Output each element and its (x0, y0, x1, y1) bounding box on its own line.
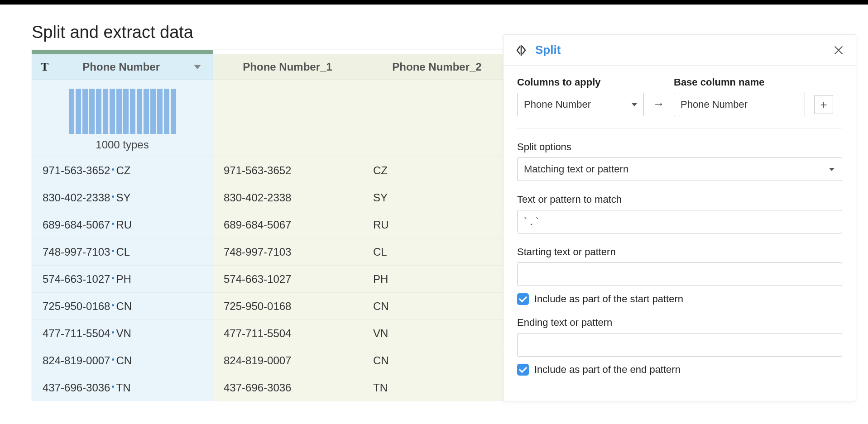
delimiter-dot-icon (112, 168, 114, 171)
column-accent-bar (32, 50, 213, 54)
pattern-input[interactable] (517, 210, 842, 233)
table-row: 437-696-3036TN437-696-3036TN (32, 374, 512, 401)
columns-to-apply-select[interactable]: Phone Number (517, 93, 644, 116)
checkbox-label: Include as part of the start pattern (534, 293, 683, 305)
cell-original[interactable]: 689-684-5067RU (32, 211, 213, 238)
starting-pattern-input[interactable] (517, 262, 842, 286)
cell-split-1[interactable]: 971-563-3652 (213, 157, 362, 184)
cell-original[interactable]: 830-402-2338SY (32, 184, 213, 211)
field-label: Ending text or pattern (517, 317, 842, 329)
cell-split-1[interactable]: 574-663-1027 (213, 265, 362, 292)
base-column-name-input[interactable]: Phone Number (674, 93, 805, 116)
column-header-phone-number-2[interactable]: Phone Number_2 (362, 54, 512, 80)
arrow-right-icon: → (653, 97, 665, 116)
table-row: 830-402-2338SY830-402-2338SY (32, 184, 512, 211)
add-column-button[interactable]: + (814, 95, 833, 114)
cell-split-2[interactable]: PH (362, 265, 512, 292)
cell-split-2[interactable]: CZ (362, 157, 512, 184)
histogram-cell-empty (362, 80, 512, 157)
table-row: 824-819-0007CN824-819-0007CN (32, 347, 512, 374)
ending-pattern-input-field[interactable] (524, 333, 835, 356)
cell-original[interactable]: 574-663-1027PH (32, 265, 213, 292)
checkbox-label: Include as part of the end pattern (534, 364, 681, 376)
cell-split-1[interactable]: 830-402-2338 (213, 184, 362, 211)
ending-pattern-input[interactable] (517, 333, 842, 357)
delimiter-dot-icon (112, 277, 114, 279)
cell-split-2[interactable]: RU (362, 211, 512, 238)
cell-split-1[interactable]: 477-711-5504 (213, 319, 362, 347)
include-start-pattern-checkbox[interactable] (517, 293, 529, 305)
close-icon[interactable] (832, 44, 845, 57)
delimiter-dot-icon (112, 250, 114, 252)
cell-original[interactable]: 477-711-5504VN (32, 319, 213, 347)
cell-split-1[interactable]: 725-950-0168 (213, 292, 362, 319)
column-header-label: Phone Number (55, 61, 187, 73)
chevron-down-icon (632, 103, 637, 106)
cell-phone-part: 477-711-5504 (43, 327, 110, 340)
column-header-label: Phone Number_1 (243, 61, 332, 73)
split-options-select[interactable]: Matching text or pattern (517, 157, 842, 181)
cell-country-part: CN (116, 300, 132, 313)
select-value: Matching text or pattern (524, 163, 628, 175)
table-header-row: T Phone Number Phone Number_1 Phone Numb… (32, 54, 512, 80)
pattern-input-field[interactable] (524, 210, 835, 233)
starting-pattern-input-field[interactable] (524, 263, 835, 286)
cell-split-2[interactable]: TN (362, 374, 512, 401)
cell-country-part: VN (116, 327, 131, 340)
cell-split-1[interactable]: 824-819-0007 (213, 347, 362, 374)
cell-country-part: CN (116, 354, 132, 367)
column-header-phone-number-1[interactable]: Phone Number_1 (213, 54, 362, 80)
cell-split-2[interactable]: CN (362, 347, 512, 374)
cell-original[interactable]: 824-819-0007CN (32, 347, 213, 374)
table-row: 477-711-5504VN477-711-5504VN (32, 319, 512, 347)
cell-country-part: RU (116, 219, 132, 231)
delimiter-dot-icon (112, 195, 114, 198)
cell-split-2[interactable]: VN (362, 319, 512, 347)
cell-split-1[interactable]: 689-684-5067 (213, 211, 362, 238)
split-icon (514, 44, 528, 57)
delimiter-dot-icon (112, 331, 114, 333)
cell-split-2[interactable]: CL (362, 238, 512, 265)
cell-phone-part: 824-819-0007 (43, 354, 110, 367)
select-value: Phone Number (524, 99, 591, 110)
cell-country-part: TN (116, 381, 130, 394)
column-header-phone-number[interactable]: T Phone Number (32, 54, 213, 80)
cell-phone-part: 689-684-5067 (43, 219, 110, 231)
cell-country-part: SY (116, 191, 130, 204)
window-top-bar (0, 0, 868, 5)
field-label: Base column name (674, 76, 805, 88)
cell-phone-part: 971-563-3652 (43, 164, 110, 177)
input-value: Phone Number (681, 99, 748, 110)
chevron-down-icon[interactable] (194, 65, 201, 69)
field-label: Starting text or pattern (517, 246, 842, 258)
histogram-bars (69, 84, 176, 134)
include-end-pattern-checkbox[interactable] (517, 364, 529, 376)
cell-original[interactable]: 748-997-7103CL (32, 238, 213, 265)
cell-split-2[interactable]: SY (362, 184, 512, 211)
split-panel: Split Columns to apply Phone Number → Ba… (503, 34, 856, 401)
table-row: 971-563-3652CZ971-563-3652CZ (32, 157, 512, 184)
cell-original[interactable]: 971-563-3652CZ (32, 157, 213, 184)
cell-phone-part: 830-402-2338 (43, 191, 110, 204)
table-row: 689-684-5067RU689-684-5067RU (32, 211, 512, 238)
cell-phone-part: 725-950-0168 (43, 300, 110, 313)
delimiter-dot-icon (112, 304, 114, 306)
cell-split-1[interactable]: 437-696-3036 (213, 374, 362, 401)
histogram-cell: 1000 types (32, 80, 213, 157)
cell-original[interactable]: 437-696-3036TN (32, 374, 213, 401)
text-type-icon: T (37, 60, 48, 74)
table-row: 748-997-7103CL748-997-7103CL (32, 238, 512, 265)
cell-original[interactable]: 725-950-0168CN (32, 292, 213, 319)
delimiter-dot-icon (112, 358, 114, 361)
field-label: Columns to apply (517, 76, 644, 88)
table-body: 971-563-3652CZ971-563-3652CZ830-402-2338… (32, 157, 512, 401)
table-row: 574-663-1027PH574-663-1027PH (32, 265, 512, 292)
cell-phone-part: 748-997-7103 (43, 246, 110, 258)
cell-split-2[interactable]: CN (362, 292, 512, 319)
columns-mapping-row: Columns to apply Phone Number → Base col… (517, 76, 842, 116)
delimiter-dot-icon (112, 223, 114, 225)
cell-split-1[interactable]: 748-997-7103 (213, 238, 362, 265)
histogram-caption: 1000 types (96, 138, 149, 151)
histogram-row: 1000 types (32, 80, 512, 157)
table-row: 725-950-0168CN725-950-0168CN (32, 292, 512, 319)
